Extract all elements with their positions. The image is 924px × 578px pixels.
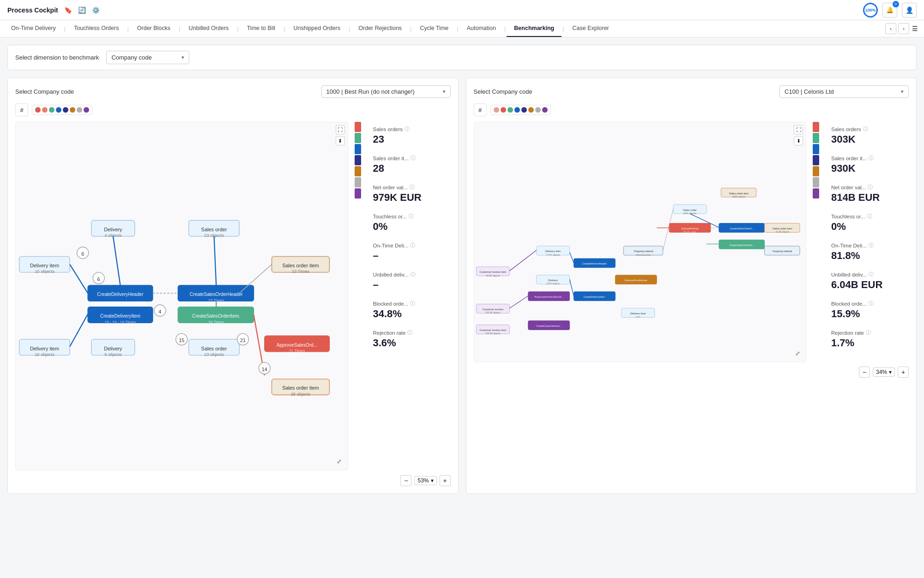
right-zoom-minus-button[interactable]: − <box>859 367 870 378</box>
r-sidebar-color-orange <box>813 166 819 176</box>
right-zoom-plus-button[interactable]: + <box>898 367 909 378</box>
info-icon[interactable]: ⓘ <box>405 126 410 132</box>
left-metric-unbilled: Unbilled deliv... ⓘ – <box>373 271 451 291</box>
r-color-dot-blue <box>514 107 520 113</box>
nav-menu-button[interactable]: ☰ <box>909 23 920 34</box>
left-company-dropdown[interactable]: 1000 | Best Run (do not change!) ▾ <box>321 85 451 98</box>
tab-unbilled-orders[interactable]: Unbilled Orders <box>181 20 236 37</box>
left-toolbar: # <box>15 103 451 116</box>
info-icon-7[interactable]: ⓘ <box>410 300 415 307</box>
right-color-palette[interactable] <box>490 105 551 115</box>
svg-text:930K objects: 930K objects <box>732 196 745 198</box>
info-icon-8[interactable]: ⓘ <box>407 329 412 336</box>
svg-line-40 <box>113 236 121 285</box>
svg-text:14: 14 <box>262 367 267 372</box>
tab-order-rejections[interactable]: Order Rejections <box>351 20 409 37</box>
color-dot-salmon <box>42 107 48 113</box>
r-sidebar-color-red <box>813 122 819 132</box>
right-toolbar: # <box>474 103 909 116</box>
tab-automation[interactable]: Automation <box>459 20 503 37</box>
color-dot-orange <box>70 107 75 113</box>
right-map-controls: ⛶ ⬇ <box>794 125 803 145</box>
left-download-button[interactable]: ⬇ <box>336 136 345 145</box>
left-zoom-select[interactable]: 53% ▾ <box>414 476 436 485</box>
svg-text:21: 21 <box>240 337 246 343</box>
right-metric-sales-order-items: Sales order it... ⓘ 930K <box>831 155 909 175</box>
left-metric-blocked: Blocked orde... ⓘ 34.8% <box>373 300 451 320</box>
info-icon-4[interactable]: ⓘ <box>409 213 414 220</box>
r-info-icon-8[interactable]: ⓘ <box>866 329 871 336</box>
left-zoom-minus-button[interactable]: − <box>400 475 411 486</box>
left-zoom-plus-button[interactable]: + <box>440 475 451 486</box>
r-info-icon-2[interactable]: ⓘ <box>869 155 874 162</box>
header-icons: 🔖 🔄 ⚙️ <box>64 6 101 15</box>
settings-icon[interactable]: ⚙️ <box>91 6 101 15</box>
left-expand-button[interactable]: ⤢ <box>335 457 344 466</box>
share-icon[interactable]: 🔄 <box>78 6 87 15</box>
right-map-container: Customer invoice item 82.9K objects Cust… <box>474 122 807 362</box>
user-menu-button[interactable]: 👤 <box>902 3 917 18</box>
right-zoom-select[interactable]: 34% ▾ <box>873 367 895 377</box>
right-hash-button[interactable]: # <box>474 103 487 116</box>
header-right: 100% 🔔 0 👤 <box>863 3 917 18</box>
info-icon-5[interactable]: ⓘ <box>410 242 415 249</box>
svg-text:CreateDeliveryHeader: CreateDeliveryHeader <box>97 292 144 297</box>
right-expand-button[interactable]: ⤢ <box>793 349 802 358</box>
tab-cycle-time[interactable]: Cycle Time <box>412 20 456 37</box>
notification-button[interactable]: 🔔 0 <box>882 3 897 18</box>
right-download-button[interactable]: ⬇ <box>794 136 803 145</box>
info-icon-2[interactable]: ⓘ <box>411 155 416 162</box>
tab-touchless-orders[interactable]: Touchless Orders <box>66 20 126 37</box>
nav-prev-arrow[interactable]: ‹ <box>885 23 896 34</box>
right-color-sidebar <box>812 122 820 362</box>
r-info-icon-3[interactable]: ⓘ <box>868 184 873 191</box>
left-panel-body: Delivery item 10 objects Delivery 4 obje… <box>15 122 451 470</box>
right-company-dropdown[interactable]: C100 | Celonis Ltd ▾ <box>779 85 909 98</box>
svg-text:300K objects: 300K objects <box>683 212 696 215</box>
svg-text:Sales order: Sales order <box>683 209 697 211</box>
left-company-chevron-icon: ▾ <box>443 89 446 95</box>
r-sidebar-color-gray <box>813 177 819 187</box>
svg-text:Outgoing material: Outgoing material <box>773 250 792 253</box>
r-info-icon-4[interactable]: ⓘ <box>867 213 872 220</box>
bookmark-icon[interactable]: 🔖 <box>64 6 73 15</box>
left-hash-button[interactable]: # <box>15 103 28 116</box>
tab-case-explorer[interactable]: Case Explorer <box>565 20 616 37</box>
right-zoom-chevron-icon: ▾ <box>889 369 892 375</box>
dimension-dropdown[interactable]: Company code ▾ <box>106 51 189 64</box>
color-dot-red <box>35 107 41 113</box>
tab-benchmarking[interactable]: Benchmarking <box>507 20 562 37</box>
left-color-palette[interactable] <box>32 105 92 115</box>
nav-next-arrow[interactable]: › <box>898 23 909 34</box>
info-icon-6[interactable]: ⓘ <box>411 271 416 278</box>
svg-text:Customer invoice: Customer invoice <box>482 308 503 311</box>
tab-time-to-bill[interactable]: Time to Bill <box>240 20 283 37</box>
sidebar-color-orange <box>355 166 361 176</box>
nav-arrows: ‹ › <box>882 23 909 34</box>
r-info-icon[interactable]: ⓘ <box>863 126 868 132</box>
percent-indicator[interactable]: 100% <box>863 3 878 18</box>
svg-text:22.4K objects: 22.4K objects <box>775 231 789 233</box>
left-fullscreen-button[interactable]: ⛶ <box>336 125 345 134</box>
info-icon-3[interactable]: ⓘ <box>410 184 415 191</box>
right-zoom-bar: − 34% ▾ + <box>474 367 909 378</box>
right-fullscreen-button[interactable]: ⛶ <box>794 125 803 134</box>
r-info-icon-7[interactable]: ⓘ <box>869 300 874 307</box>
svg-text:CreateSalesOrderH...: CreateSalesOrderH... <box>730 227 754 230</box>
r-info-icon-6[interactable]: ⓘ <box>869 271 874 278</box>
tab-on-time-delivery[interactable]: On-Time Delivery <box>4 20 63 37</box>
tab-order-blocks[interactable]: Order Blocks <box>130 20 178 37</box>
tab-unshipped-orders[interactable]: Unshipped Orders <box>286 20 347 37</box>
svg-text:15: 15 <box>179 337 184 343</box>
left-process-map: Delivery item 10 objects Delivery 4 obje… <box>16 122 348 470</box>
sidebar-color-navy <box>355 155 361 165</box>
r-info-icon-5[interactable]: ⓘ <box>869 242 874 249</box>
r-color-dot-purple <box>542 107 548 113</box>
svg-text:1.77K objects: 1.77K objects <box>546 254 560 256</box>
right-panel: Select Company code C100 | Celonis Ltd ▾… <box>466 78 917 494</box>
app-title: Process Cockpit <box>7 6 58 14</box>
bell-icon: 🔔 <box>886 6 894 13</box>
svg-text:CreateSalesOrderHeader: CreateSalesOrderHeader <box>190 292 243 297</box>
svg-text:CreateDeliveryItem.: CreateDeliveryItem. <box>583 295 605 298</box>
svg-text:6: 6 <box>97 277 100 282</box>
